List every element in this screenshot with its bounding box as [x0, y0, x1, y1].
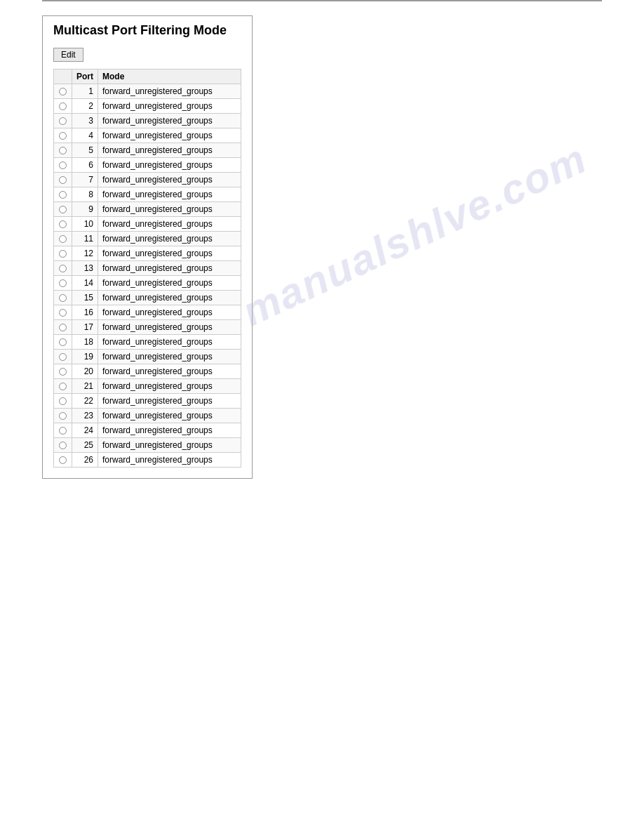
table-row: 21forward_unregistered_groups: [54, 379, 241, 394]
row-radio-cell[interactable]: [54, 232, 72, 246]
row-radio-cell[interactable]: [54, 114, 72, 128]
radio-button[interactable]: [59, 456, 67, 464]
row-radio-cell[interactable]: [54, 99, 72, 114]
table-row: 16forward_unregistered_groups: [54, 305, 241, 320]
radio-button[interactable]: [59, 250, 67, 258]
radio-button[interactable]: [59, 442, 67, 449]
row-radio-cell[interactable]: [54, 364, 72, 379]
row-radio-cell[interactable]: [54, 291, 72, 305]
radio-button[interactable]: [59, 88, 67, 95]
table-row: 3forward_unregistered_groups: [54, 114, 241, 128]
row-radio-cell[interactable]: [54, 143, 72, 158]
row-radio-cell[interactable]: [54, 350, 72, 364]
table-row: 11forward_unregistered_groups: [54, 232, 241, 246]
table-row: 9forward_unregistered_groups: [54, 202, 241, 217]
row-radio-cell[interactable]: [54, 305, 72, 320]
mode-cell: forward_unregistered_groups: [98, 114, 241, 128]
col-header-mode: Mode: [98, 70, 241, 84]
row-radio-cell[interactable]: [54, 217, 72, 232]
table-row: 18forward_unregistered_groups: [54, 335, 241, 350]
mode-cell: forward_unregistered_groups: [98, 128, 241, 143]
row-radio-cell[interactable]: [54, 187, 72, 202]
port-cell: 19: [72, 350, 98, 364]
port-cell: 5: [72, 143, 98, 158]
row-radio-cell[interactable]: [54, 394, 72, 409]
radio-button[interactable]: [59, 132, 67, 140]
mode-cell: forward_unregistered_groups: [98, 232, 241, 246]
radio-button[interactable]: [59, 176, 67, 184]
row-radio-cell[interactable]: [54, 246, 72, 261]
radio-button[interactable]: [59, 220, 67, 228]
row-radio-cell[interactable]: [54, 276, 72, 291]
page-wrapper: Multicast Port Filtering Mode Edit Port …: [0, 1, 644, 493]
port-cell: 26: [72, 453, 98, 468]
edit-button[interactable]: Edit: [53, 48, 83, 62]
row-radio-cell[interactable]: [54, 128, 72, 143]
row-radio-cell[interactable]: [54, 158, 72, 173]
port-cell: 15: [72, 291, 98, 305]
port-cell: 18: [72, 335, 98, 350]
port-cell: 6: [72, 158, 98, 173]
row-radio-cell[interactable]: [54, 261, 72, 276]
port-cell: 9: [72, 202, 98, 217]
row-radio-cell[interactable]: [54, 335, 72, 350]
row-radio-cell[interactable]: [54, 409, 72, 423]
port-cell: 12: [72, 246, 98, 261]
radio-button[interactable]: [59, 191, 67, 199]
row-radio-cell[interactable]: [54, 202, 72, 217]
table-row: 2forward_unregistered_groups: [54, 99, 241, 114]
radio-button[interactable]: [59, 206, 67, 213]
radio-button[interactable]: [59, 265, 67, 272]
port-filtering-table: Port Mode 1forward_unregistered_groups2f…: [53, 69, 241, 468]
port-cell: 13: [72, 261, 98, 276]
table-row: 6forward_unregistered_groups: [54, 158, 241, 173]
table-row: 26forward_unregistered_groups: [54, 453, 241, 468]
table-row: 13forward_unregistered_groups: [54, 261, 241, 276]
port-cell: 4: [72, 128, 98, 143]
radio-button[interactable]: [59, 427, 67, 435]
row-radio-cell[interactable]: [54, 320, 72, 335]
mode-cell: forward_unregistered_groups: [98, 99, 241, 114]
port-cell: 3: [72, 114, 98, 128]
radio-button[interactable]: [59, 147, 67, 154]
port-cell: 2: [72, 99, 98, 114]
mode-cell: forward_unregistered_groups: [98, 379, 241, 394]
table-row: 20forward_unregistered_groups: [54, 364, 241, 379]
row-radio-cell[interactable]: [54, 453, 72, 468]
mode-cell: forward_unregistered_groups: [98, 276, 241, 291]
port-cell: 1: [72, 84, 98, 99]
mode-cell: forward_unregistered_groups: [98, 84, 241, 99]
panel: Multicast Port Filtering Mode Edit Port …: [42, 15, 253, 479]
row-radio-cell[interactable]: [54, 84, 72, 99]
mode-cell: forward_unregistered_groups: [98, 409, 241, 423]
col-header-port: Port: [72, 70, 98, 84]
radio-button[interactable]: [59, 161, 67, 169]
row-radio-cell[interactable]: [54, 438, 72, 453]
radio-button[interactable]: [59, 279, 67, 287]
radio-button[interactable]: [59, 294, 67, 302]
radio-button[interactable]: [59, 117, 67, 125]
mode-cell: forward_unregistered_groups: [98, 453, 241, 468]
row-radio-cell[interactable]: [54, 379, 72, 394]
radio-button[interactable]: [59, 102, 67, 110]
row-radio-cell[interactable]: [54, 173, 72, 187]
table-row: 4forward_unregistered_groups: [54, 128, 241, 143]
table-row: 5forward_unregistered_groups: [54, 143, 241, 158]
radio-button[interactable]: [59, 324, 67, 331]
radio-button[interactable]: [59, 368, 67, 376]
port-cell: 23: [72, 409, 98, 423]
port-cell: 20: [72, 364, 98, 379]
port-cell: 8: [72, 187, 98, 202]
radio-button[interactable]: [59, 338, 67, 346]
radio-button[interactable]: [59, 353, 67, 361]
mode-cell: forward_unregistered_groups: [98, 291, 241, 305]
radio-button[interactable]: [59, 235, 67, 243]
row-radio-cell[interactable]: [54, 423, 72, 438]
radio-button[interactable]: [59, 397, 67, 405]
radio-button[interactable]: [59, 412, 67, 420]
port-cell: 17: [72, 320, 98, 335]
radio-button[interactable]: [59, 383, 67, 390]
mode-cell: forward_unregistered_groups: [98, 364, 241, 379]
radio-button[interactable]: [59, 309, 67, 317]
port-cell: 24: [72, 423, 98, 438]
